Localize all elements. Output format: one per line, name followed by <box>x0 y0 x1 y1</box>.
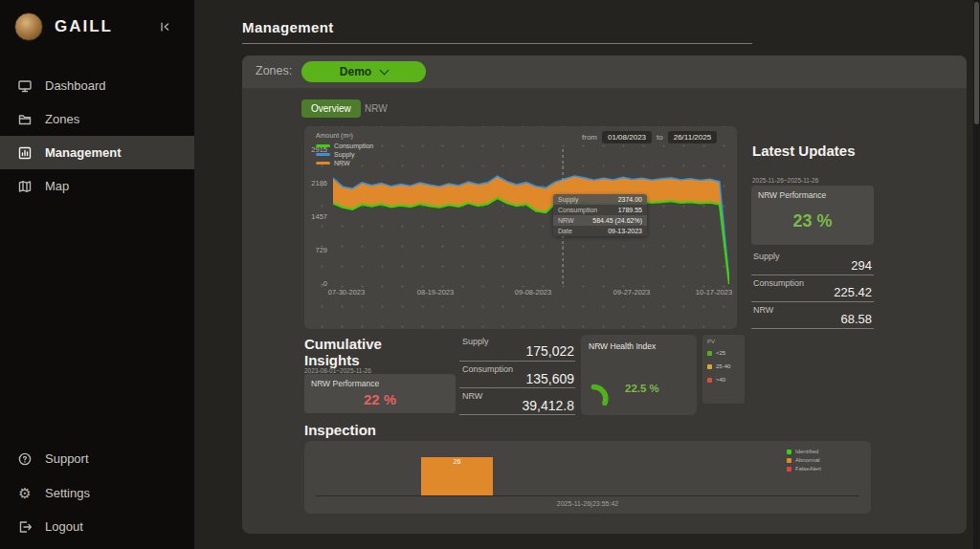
pv-legend-label: 25-40 <box>716 363 730 369</box>
latest-updates-period: 2025-11-26~2025-11-26 <box>752 177 818 184</box>
x-tick: 08-19-2023 <box>417 288 454 296</box>
latest-nrw-performance-card: NRW Performance 23 % <box>751 186 874 245</box>
map-icon <box>17 179 33 194</box>
abnormal-swatch <box>787 458 791 463</box>
nrw-performance-label: NRW Performance <box>758 190 826 200</box>
zone-select[interactable]: Demo <box>301 61 426 82</box>
tooltip-value: 2374.00 <box>618 196 642 203</box>
nav-label: Support <box>45 451 89 466</box>
stat-value: 135,609 <box>459 371 574 386</box>
x-tick: 09-08-2023 <box>515 288 551 296</box>
pv-legend-panel: PV <25 25-40 >40 <box>702 335 745 404</box>
green-swatch <box>707 351 712 356</box>
legend-label: Identified <box>795 449 818 454</box>
y-tick: -0 <box>301 279 327 288</box>
stat-value: 225.42 <box>751 285 872 299</box>
divider <box>751 301 874 302</box>
divider <box>459 361 575 362</box>
date-to-label: to <box>657 133 663 142</box>
nrw-health-index-panel: NRW Health Index 22.5 % <box>581 335 697 415</box>
chart-tooltip: Supply2374.00 Consumption1789.55 NRW584.… <box>553 194 647 236</box>
x-tick: 09-27-2023 <box>613 288 650 296</box>
nav-label: Dashboard <box>45 78 106 93</box>
sidebar-item-dashboard[interactable]: Dashboard <box>0 69 194 102</box>
gauge-icon <box>587 371 623 407</box>
x-tick: 10-17-2023 <box>696 288 732 296</box>
tooltip-label: Date <box>558 228 572 234</box>
nav-label: Management <box>45 145 121 160</box>
tooltip-value: 09-13-2023 <box>608 228 642 234</box>
date-from-input[interactable]: 01/08/2023 <box>602 131 652 143</box>
divider <box>459 414 575 415</box>
divider <box>459 387 575 388</box>
zones-icon <box>17 112 33 127</box>
nav-label: Zones <box>45 112 79 126</box>
zones-label: Zones: <box>256 64 292 77</box>
inspection-bar-abnormal[interactable]: 26 <box>421 457 493 495</box>
app-window: GAILL Dashboard Zones Management <box>0 0 980 549</box>
sidebar-item-support[interactable]: Support <box>0 442 194 475</box>
cumulative-nrw-performance-card: NRW Performance 22 % <box>304 374 456 413</box>
app-logo <box>14 12 43 41</box>
pv-legend-item: 25-40 <box>707 363 730 369</box>
pv-legend-label: >40 <box>716 377 725 383</box>
nrw-performance-value: 23 % <box>751 211 874 231</box>
tooltip-label: Consumption <box>558 207 597 213</box>
chevron-down-icon <box>380 66 390 76</box>
main-chart-plot[interactable] <box>333 143 729 289</box>
nrw-performance-value: 22 % <box>304 391 456 407</box>
sidebar-item-logout[interactable]: Logout <box>0 510 194 543</box>
inspection-legend-abnormal: Abnormal <box>787 457 820 463</box>
yellow-swatch <box>707 364 712 369</box>
legend-label: Abnormal <box>795 457 820 463</box>
stat-value: 68.58 <box>751 312 872 326</box>
identified-swatch <box>787 450 791 454</box>
divider <box>751 274 874 275</box>
sidebar-item-management[interactable]: Management <box>0 136 194 169</box>
red-swatch <box>707 378 712 383</box>
stat-value: 175,022 <box>459 343 574 359</box>
inspection-chart-panel: Identified Abnormal FalseAlert 26 2025-1… <box>304 441 871 514</box>
bar-value-label: 26 <box>421 458 493 465</box>
logout-icon <box>17 519 33 535</box>
y-tick: 729 <box>301 246 327 254</box>
y-tick: 2915 <box>301 145 327 154</box>
cumulative-insights-period: 2023-08-01~2025-11-26 <box>304 367 371 374</box>
x-axis-line <box>316 495 859 496</box>
chart-y-axis-title: Amount (m³) <box>316 132 353 139</box>
inspection-title: Inspection <box>304 422 376 438</box>
sidebar-item-settings[interactable]: ⚙ Settings <box>0 476 194 510</box>
tab-overview[interactable]: Overview <box>301 99 361 118</box>
nav-label: Map <box>45 179 69 193</box>
date-to-input[interactable]: 26/11/2025 <box>668 131 717 143</box>
pv-legend-title: PV <box>707 339 715 344</box>
sidebar-item-zones[interactable]: Zones <box>0 102 194 136</box>
date-from-label: from <box>582 133 597 142</box>
y-tick: 1457 <box>301 212 327 221</box>
nrw-health-index-value: 22.5 % <box>625 383 659 394</box>
nrw-health-index-title: NRW Health Index <box>589 341 656 351</box>
page-title: Management <box>242 19 334 35</box>
sidebar-item-map[interactable]: Map <box>0 169 194 203</box>
scrollbar-thumb[interactable] <box>974 2 979 124</box>
nav-label: Logout <box>45 519 83 534</box>
latest-updates-title: Latest Updates <box>752 143 858 160</box>
date-range: from 01/08/2023 to 26/11/2025 <box>582 131 717 143</box>
sidebar: GAILL Dashboard Zones Management <box>0 0 194 549</box>
scrollbar-track[interactable] <box>973 0 980 549</box>
y-tick: 2186 <box>301 179 327 187</box>
pv-legend-label: <25 <box>716 350 725 356</box>
cumulative-insights-title: Cumulative Insights <box>304 337 414 369</box>
inspection-x-label: 2025-11-26|23:55:42 <box>304 500 871 507</box>
tooltip-value: 584.45 (24.62%) <box>592 217 642 224</box>
sidebar-collapse-icon[interactable] <box>159 20 172 33</box>
stat-value: 39,412.8 <box>459 398 574 413</box>
legend-label: FalseAlert <box>795 466 821 472</box>
inspection-legend-falsealert: FalseAlert <box>787 466 821 472</box>
nrw-swatch <box>316 162 330 165</box>
sidebar-header: GAILL <box>0 0 194 55</box>
nrw-performance-label: NRW Performance <box>311 379 379 388</box>
tab-nrw[interactable]: NRW <box>365 103 388 114</box>
falsealert-swatch <box>787 467 791 472</box>
tooltip-value: 1789.55 <box>618 207 642 213</box>
